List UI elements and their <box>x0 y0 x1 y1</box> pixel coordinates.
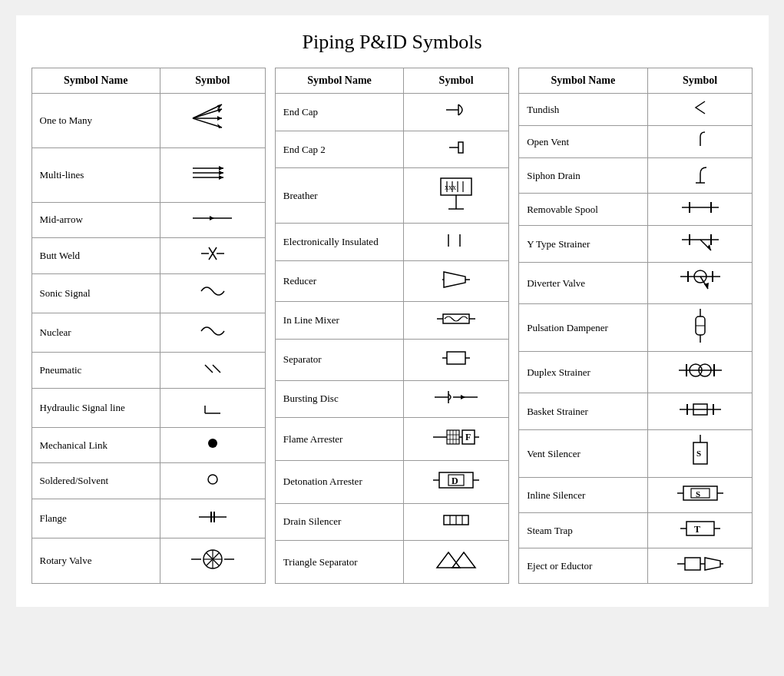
table-row: Duplex Strainer <box>519 352 753 393</box>
row-name: Butt Weld <box>31 238 160 273</box>
row-name: Flame Arrester <box>275 418 403 461</box>
table-row: End Cap <box>275 94 508 131</box>
row-symbol <box>160 94 265 148</box>
table-row: Butt Weld <box>31 238 265 273</box>
row-name: Hydraulic Signal line <box>31 388 160 427</box>
row-symbol <box>160 428 265 463</box>
row-symbol <box>160 202 265 237</box>
row-name: Flange <box>31 499 160 538</box>
row-name: Mechanical Link <box>31 428 160 463</box>
table-2: Symbol Name Symbol End Cap <box>275 68 509 584</box>
row-name: End Cap 2 <box>275 131 403 168</box>
table-3: Symbol Name Symbol Tundish Open Vent <box>518 68 753 584</box>
row-name: Removable Spool <box>519 194 647 226</box>
row-name: Rotary Valve <box>31 538 160 584</box>
svg-line-20 <box>205 365 213 373</box>
row-name: Steam Trap <box>519 513 647 548</box>
table-row: Triangle Separator <box>275 541 508 584</box>
row-name: Drain Silencer <box>275 503 403 541</box>
row-name: Pulsation Dampener <box>519 304 647 352</box>
row-symbol <box>647 194 753 226</box>
row-symbol <box>404 224 509 261</box>
row-name: Multi-lines <box>31 147 160 202</box>
svg-rect-40 <box>458 142 463 153</box>
table-row: Flange <box>31 499 265 538</box>
svg-marker-7 <box>217 104 222 109</box>
table-row: Flame Arrester <box>275 418 508 461</box>
row-name: In Line Mixer <box>275 302 403 340</box>
row-symbol: D <box>404 460 509 503</box>
svg-rect-59 <box>447 352 465 364</box>
page-container: Piping P&ID Symbols Symbol Name Symbol O… <box>16 15 769 607</box>
row-symbol <box>647 548 753 584</box>
row-symbol <box>160 499 265 538</box>
svg-text:S: S <box>696 449 701 458</box>
svg-rect-56 <box>443 314 469 323</box>
table-row: Steam Trap T <box>519 513 753 548</box>
row-symbol <box>160 463 265 499</box>
row-symbol <box>160 238 265 273</box>
row-symbol <box>647 158 753 194</box>
row-name: One to Many <box>31 94 160 148</box>
table-row: Removable Spool <box>519 194 753 226</box>
row-name: Siphon Drain <box>519 158 647 194</box>
svg-marker-65 <box>461 395 465 399</box>
svg-text:S: S <box>696 489 700 499</box>
col-header-symbol-3: Symbol <box>647 68 753 94</box>
table-row: In Line Mixer <box>275 302 508 340</box>
svg-marker-15 <box>210 216 214 220</box>
table-row: Multi-lines <box>31 147 265 202</box>
row-name: Open Vent <box>519 126 647 158</box>
table-row: Open Vent <box>519 126 753 158</box>
table-row: Rotary Valve <box>31 538 265 584</box>
table-row: Drain Silencer <box>275 503 508 541</box>
row-symbol: xxx <box>404 168 509 224</box>
table-row: Soldered/Solvent <box>31 463 265 499</box>
table-row: Electronically Insulated <box>275 224 508 261</box>
table-row: Tundish <box>519 94 753 126</box>
row-name: Electronically Insulated <box>275 224 403 261</box>
row-name: Mid-arrow <box>31 202 160 237</box>
row-name: Separator <box>275 340 403 380</box>
row-symbol <box>160 273 265 313</box>
table-row: Inline Silencer S <box>519 478 753 513</box>
svg-point-24 <box>208 439 217 448</box>
row-symbol <box>404 131 509 168</box>
row-symbol: S <box>647 478 753 513</box>
table-row: Pneumatic <box>31 353 265 388</box>
row-name: Pneumatic <box>31 353 160 388</box>
table-row: Y Type Strainer <box>519 226 753 263</box>
row-symbol <box>404 94 509 131</box>
svg-text:F: F <box>465 432 471 442</box>
row-name: Duplex Strainer <box>519 352 647 393</box>
row-name: Y Type Strainer <box>519 226 647 263</box>
table-row: Separator <box>275 340 508 380</box>
row-symbol <box>647 126 753 158</box>
table-row: Siphon Drain <box>519 158 753 194</box>
svg-text:xxx: xxx <box>445 183 456 191</box>
svg-marker-132 <box>705 558 720 570</box>
row-symbol <box>647 94 753 126</box>
table-row: Diverter Valve <box>519 263 753 304</box>
table-row: Eject or Eductor <box>519 548 753 584</box>
col-header-name-3: Symbol Name <box>519 68 647 94</box>
row-name: Diverter Valve <box>519 263 647 304</box>
row-name: Reducer <box>275 261 403 302</box>
row-symbol <box>160 353 265 388</box>
row-name: Vent Silencer <box>519 430 647 478</box>
table-row: Basket Strainer <box>519 393 753 430</box>
row-name: Breather <box>275 168 403 224</box>
row-name: Nuclear <box>31 313 160 352</box>
table-row: Bursting Disc <box>275 380 508 418</box>
row-symbol <box>647 226 753 263</box>
svg-marker-11 <box>219 171 223 175</box>
svg-marker-9 <box>219 166 223 171</box>
row-symbol <box>404 340 509 380</box>
col-header-symbol-2: Symbol <box>404 68 509 94</box>
row-symbol <box>404 261 509 302</box>
page-title: Piping P&ID Symbols <box>31 31 753 54</box>
svg-marker-1 <box>217 116 222 121</box>
svg-marker-87 <box>437 552 460 568</box>
table-1: Symbol Name Symbol One to Many <box>31 68 266 584</box>
svg-marker-53 <box>444 272 465 287</box>
